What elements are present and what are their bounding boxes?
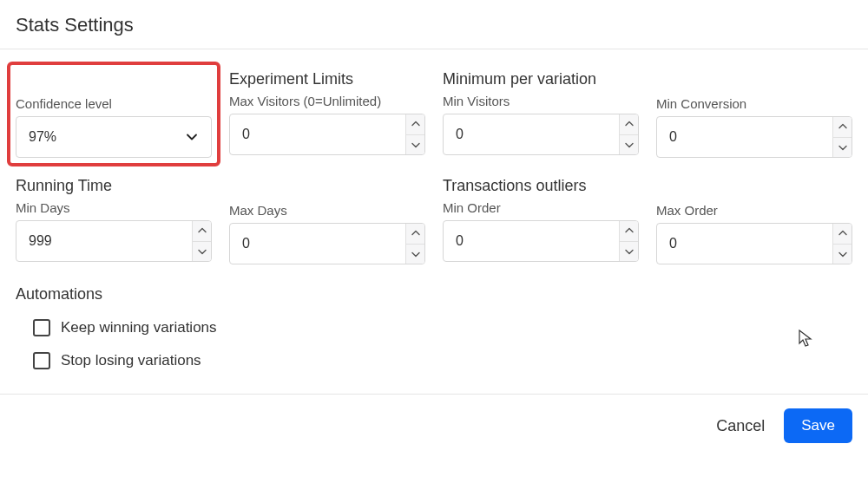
max-days-stepper-controls: [405, 224, 424, 264]
chevron-down-icon: [838, 144, 847, 151]
max-order-field: Max Order 0: [656, 177, 852, 264]
chevron-down-icon: [625, 248, 634, 255]
max-order-value: 0: [657, 236, 832, 251]
max-days-step-down[interactable]: [406, 245, 424, 264]
min-conversion-step-down[interactable]: [833, 138, 852, 158]
chevron-up-icon: [411, 121, 420, 127]
min-per-variation-title: Minimum per variation: [443, 70, 639, 88]
min-days-field: Running Time Min Days 999: [16, 177, 212, 264]
min-order-label: Min Order: [443, 200, 639, 215]
stop-losing-checkbox[interactable]: [33, 352, 50, 369]
max-days-label: Max Days: [229, 203, 425, 218]
confidence-level-value: 97%: [29, 129, 56, 145]
min-days-stepper[interactable]: 999: [16, 220, 212, 262]
min-conversion-value: 0: [657, 129, 832, 145]
min-days-label: Min Days: [16, 200, 212, 215]
min-days-value: 999: [16, 233, 192, 249]
confidence-level-select[interactable]: 97%: [16, 116, 212, 158]
chevron-down-icon: [411, 141, 420, 148]
chevron-down-icon: [625, 141, 634, 148]
min-conversion-stepper[interactable]: 0: [656, 116, 852, 158]
action-footer: Cancel Save: [0, 395, 868, 457]
min-order-step-down[interactable]: [620, 242, 638, 262]
min-days-step-down[interactable]: [193, 242, 211, 262]
max-days-value: 0: [230, 236, 405, 251]
stop-losing-label[interactable]: Stop losing variations: [61, 352, 201, 369]
min-visitors-step-down[interactable]: [620, 135, 638, 155]
max-visitors-step-up[interactable]: [406, 114, 424, 135]
max-visitors-field: Experiment Limits Max Visitors (0=Unlimi…: [229, 70, 425, 158]
automations-title: Automations: [16, 285, 852, 303]
chevron-down-icon: [198, 248, 207, 255]
chevron-up-icon: [838, 230, 847, 237]
min-visitors-label: Min Visitors: [443, 94, 639, 108]
save-button[interactable]: Save: [784, 408, 852, 443]
chevron-up-icon: [198, 227, 207, 234]
confidence-level-label: Confidence level: [16, 96, 212, 111]
experiment-limits-title: Experiment Limits: [229, 70, 425, 88]
max-visitors-stepper[interactable]: 0: [229, 114, 425, 155]
cancel-button[interactable]: Cancel: [716, 417, 765, 435]
min-conversion-label: Min Conversion: [656, 96, 852, 111]
page-title: Stats Settings: [16, 14, 852, 36]
min-days-stepper-controls: [192, 221, 211, 261]
min-order-step-up[interactable]: [620, 221, 638, 242]
chevron-down-icon: [838, 251, 847, 258]
min-visitors-stepper[interactable]: 0: [443, 114, 639, 155]
chevron-down-icon: [185, 130, 199, 144]
min-order-field: Transactions outliers Min Order 0: [443, 177, 639, 264]
min-visitors-step-up[interactable]: [620, 114, 638, 135]
chevron-up-icon: [625, 121, 634, 127]
max-visitors-label: Max Visitors (0=Unlimited): [229, 94, 425, 108]
min-conversion-stepper-controls: [832, 117, 852, 157]
max-order-step-up[interactable]: [833, 224, 852, 245]
min-order-stepper-controls: [619, 221, 638, 261]
keep-winning-label[interactable]: Keep winning variations: [61, 319, 217, 336]
min-visitors-stepper-controls: [619, 114, 638, 154]
max-visitors-stepper-controls: [405, 114, 424, 154]
min-conversion-step-up[interactable]: [833, 117, 852, 138]
running-time-title: Running Time: [16, 177, 212, 195]
divider-top: [0, 49, 868, 49]
min-visitors-value: 0: [444, 127, 619, 142]
min-order-value: 0: [444, 233, 619, 249]
chevron-up-icon: [838, 123, 847, 130]
min-conversion-field: Min Conversion 0: [656, 70, 852, 158]
min-order-stepper[interactable]: 0: [443, 220, 639, 262]
confidence-level-field: Confidence level 97%: [16, 70, 212, 158]
max-order-step-down[interactable]: [833, 245, 852, 264]
chevron-up-icon: [411, 230, 420, 237]
max-order-stepper-controls: [832, 224, 852, 264]
max-order-stepper[interactable]: 0: [656, 223, 852, 264]
keep-winning-checkbox[interactable]: [33, 319, 50, 336]
chevron-down-icon: [411, 251, 420, 258]
max-days-stepper[interactable]: 0: [229, 223, 425, 264]
max-order-label: Max Order: [656, 203, 852, 218]
max-visitors-value: 0: [230, 127, 405, 142]
min-days-step-up[interactable]: [193, 221, 211, 242]
max-visitors-step-down[interactable]: [406, 135, 424, 155]
max-days-field: Max Days 0: [229, 177, 425, 264]
transactions-outliers-title: Transactions outliers: [443, 177, 639, 195]
chevron-up-icon: [625, 227, 634, 234]
max-days-step-up[interactable]: [406, 224, 424, 245]
min-visitors-field: Minimum per variation Min Visitors 0: [443, 70, 639, 158]
